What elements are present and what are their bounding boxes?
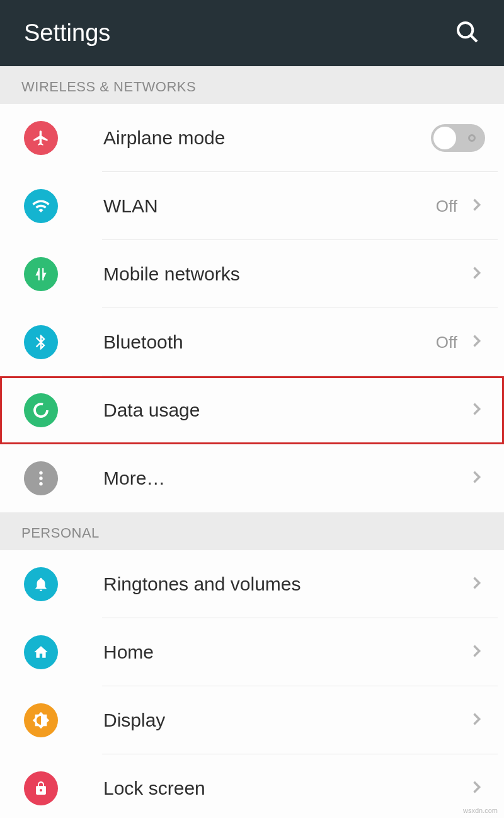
airplane-icon	[24, 121, 58, 155]
chevron-right-icon	[467, 332, 485, 352]
bluetooth-label: Bluetooth	[103, 331, 436, 353]
wlan-status: Off	[436, 197, 457, 216]
home-label: Home	[103, 642, 467, 663]
chevron-right-icon	[467, 400, 485, 420]
display-label: Display	[103, 710, 467, 731]
airplane-label: Airplane mode	[103, 127, 431, 149]
search-button[interactable]	[455, 20, 480, 47]
more-label: More…	[103, 468, 467, 489]
display-icon	[24, 703, 58, 737]
wlan-label: WLAN	[103, 195, 436, 217]
personal-list: Ringtones and volumes Home Display Lock …	[0, 550, 504, 818]
row-data-usage[interactable]: Data usage	[0, 376, 504, 444]
mobile-networks-icon	[24, 257, 58, 291]
ringtones-label: Ringtones and volumes	[103, 573, 467, 595]
chevron-right-icon	[467, 710, 485, 730]
mobile-networks-label: Mobile networks	[103, 263, 467, 285]
svg-point-0	[458, 23, 472, 37]
bluetooth-icon	[24, 325, 58, 359]
more-icon	[24, 461, 58, 495]
row-wlan[interactable]: WLAN Off	[0, 172, 504, 240]
airplane-toggle[interactable]	[431, 124, 485, 152]
bluetooth-status: Off	[436, 333, 457, 352]
svg-point-4	[39, 476, 42, 480]
lock-icon	[24, 771, 58, 805]
chevron-right-icon	[467, 778, 485, 798]
watermark: wsxdn.com	[463, 807, 498, 814]
chevron-right-icon	[467, 468, 485, 488]
row-mobile-networks[interactable]: Mobile networks	[0, 240, 504, 308]
chevron-right-icon	[467, 196, 485, 216]
row-airplane-mode[interactable]: Airplane mode	[0, 104, 504, 172]
home-icon	[24, 635, 58, 669]
app-header: Settings	[0, 0, 504, 66]
chevron-right-icon	[467, 574, 485, 594]
svg-point-2	[35, 404, 47, 417]
svg-point-3	[39, 471, 42, 475]
section-header-wireless: WIRELESS & NETWORKS	[0, 66, 504, 104]
wifi-icon	[24, 189, 58, 223]
data-usage-icon	[24, 393, 58, 427]
bell-icon	[24, 567, 58, 601]
wireless-list: Airplane mode WLAN Off Mobile networks	[0, 104, 504, 512]
svg-point-5	[39, 482, 42, 485]
row-home[interactable]: Home	[0, 618, 504, 686]
row-lock-screen[interactable]: Lock screen	[0, 754, 504, 818]
row-ringtones[interactable]: Ringtones and volumes	[0, 550, 504, 618]
row-display[interactable]: Display	[0, 686, 504, 754]
svg-line-1	[471, 35, 477, 42]
search-icon	[455, 20, 480, 45]
chevron-right-icon	[467, 642, 485, 662]
page-title: Settings	[24, 20, 110, 47]
lock-screen-label: Lock screen	[103, 778, 467, 799]
data-usage-label: Data usage	[103, 400, 467, 421]
row-more[interactable]: More…	[0, 444, 504, 512]
row-bluetooth[interactable]: Bluetooth Off	[0, 308, 504, 376]
chevron-right-icon	[467, 264, 485, 284]
section-header-personal: PERSONAL	[0, 512, 504, 550]
